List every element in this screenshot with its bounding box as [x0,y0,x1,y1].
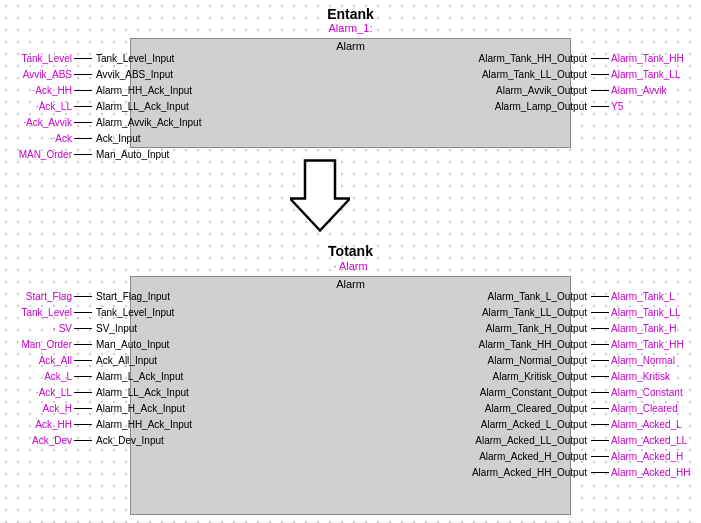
totank-left-pin-8-int: Alarm_HH_Ack_Input [96,419,192,430]
entank-left-line-6 [74,154,92,155]
entank-left-pin-4-int: Alarm_Avvik_Ack_Input [96,117,201,128]
entank-left-line-5 [74,138,92,139]
entank-title: Entank [0,6,701,22]
totank-left-line-8 [74,424,92,425]
totank-right-line-4 [591,360,609,361]
arrow-down-icon [290,158,350,233]
totank-right-pin-9-int: Alarm_Acked_LL_Output [475,435,587,446]
totank-left-pin-3-ext: Man_Order [0,339,72,350]
totank-left-line-4 [74,360,92,361]
totank-right-pin-4-int: Alarm_Normal_Output [488,355,587,366]
totank-right-pin-2-int: Alarm_Tank_H_Output [486,323,587,334]
entank-alarm-label: Alarm_1: [0,22,701,34]
totank-alarm-label: · Alarm [0,260,701,272]
totank-right-pin-5-int: Alarm_Kritisk_Output [493,371,587,382]
entank-left-pin-3-ext: ·Ack_LL [0,101,72,112]
totank-left-pin-9-int: Ack_Dev_Input [96,435,164,446]
entank-left-pin-0-ext: Tank_Level [0,53,72,64]
totank-left-pin-7-ext: Ack_H [0,403,72,414]
totank-title: Totank [0,243,701,259]
totank-left-pin-5-ext: Ack_L [0,371,72,382]
totank-right-pin-0-int: Alarm_Tank_L_Output [487,291,587,302]
totank-right-pin-4-ext: Alarm_Normal [611,355,701,366]
totank-left-pin-2-ext: · SV [0,323,72,334]
totank-right-pin-11-ext: Alarm_Acked_HH [611,467,701,478]
entank-left-line-3 [74,106,92,107]
totank-right-line-2 [591,328,609,329]
entank-right-pin-0-ext: Alarm_Tank_HH [611,53,701,64]
entank-left-pin-2-int: Alarm_HH_Ack_Input [96,85,192,96]
totank-left-pin-2-int: SV_Input [96,323,137,334]
totank-right-pin-9-ext: Alarm_Acked_LL [611,435,701,446]
totank-right-pin-11-int: Alarm_Acked_HH_Output [472,467,587,478]
totank-left-line-7 [74,408,92,409]
entank-left-pin-6-ext: MAN_Order [0,149,72,160]
entank-right-pin-3-ext: Y5 [611,101,701,112]
totank-left-pin-4-int: Ack_All_Input [96,355,157,366]
entank-left-pin-5-ext: · Ack [0,133,72,144]
totank-left-pin-8-ext: Ack_HH [0,419,72,430]
entank-right-pin-0-int: Alarm_Tank_HH_Output [479,53,587,64]
totank-left-pin-0-int: Start_Flag_Input [96,291,170,302]
totank-right-line-5 [591,376,609,377]
totank-left-pin-6-int: Alarm_LL_Ack_Input [96,387,189,398]
totank-right-pins: Alarm_Tank_L_Output Alarm_Tank_L Alarm_T… [370,288,701,480]
entank-left-pin-2-ext: ·Ack_HH [0,85,72,96]
entank-left-line-1 [74,74,92,75]
totank-right-pin-10-int: Alarm_Acked_H_Output [479,451,587,462]
totank-right-line-0 [591,296,609,297]
totank-right-pin-7-int: Alarm_Cleared_Output [485,403,587,414]
entank-left-line-0 [74,58,92,59]
entank-right-pins: Alarm_Tank_HH_Output Alarm_Tank_HH Alarm… [370,50,701,114]
totank-left-line-0 [74,296,92,297]
totank-right-line-7 [591,408,609,409]
totank-left-line-3 [74,344,92,345]
totank-left-pin-1-ext: Tank_Level [0,307,72,318]
page: Entank Alarm_1: Alarm Tank_Level Tank_Le… [0,0,701,523]
entank-left-pin-5-int: Ack_Input [96,133,140,144]
totank-left-pin-1-int: Tank_Level_Input [96,307,174,318]
totank-left-line-2 [74,328,92,329]
totank-right-line-11 [591,472,609,473]
totank-left-line-9 [74,440,92,441]
entank-right-pin-1-int: Alarm_Tank_LL_Output [482,69,587,80]
totank-left-line-1 [74,312,92,313]
totank-right-line-3 [591,344,609,345]
totank-right-pin-1-ext: Alarm_Tank_LL [611,307,701,318]
totank-left-pin-5-int: Alarm_L_Ack_Input [96,371,183,382]
entank-left-pin-3-int: Alarm_LL_Ack_Input [96,101,189,112]
totank-right-line-6 [591,392,609,393]
entank-right-pin-2-ext: Alarm_Avvik [611,85,701,96]
totank-left-pin-9-ext: Ack_Dev [0,435,72,446]
entank-left-pin-0-int: Tank_Level_Input [96,53,174,64]
totank-left-line-6 [74,392,92,393]
totank-left-pin-4-ext: Ack_All [0,355,72,366]
totank-right-pin-8-int: Alarm_Acked_L_Output [481,419,587,430]
entank-left-pin-6-int: Man_Auto_Input [96,149,169,160]
entank-left-line-2 [74,90,92,91]
totank-right-pin-3-int: Alarm_Tank_HH_Output [479,339,587,350]
entank-right-pin-2-int: Alarm_Avvik_Output [496,85,587,96]
totank-left-pin-3-int: Man_Auto_Input [96,339,169,350]
totank-right-pin-6-ext: Alarm_Constant [611,387,701,398]
entank-left-line-4 [74,122,92,123]
totank-right-pin-8-ext: Alarm_Acked_L [611,419,701,430]
entank-left-pin-1-int: Avvik_ABS_Input [96,69,173,80]
totank-right-line-10 [591,456,609,457]
totank-right-pin-1-int: Alarm_Tank_LL_Output [482,307,587,318]
entank-right-pin-1-ext: Alarm_Tank_LL [611,69,701,80]
svg-marker-0 [290,161,350,231]
totank-left-pin-0-ext: Start_Flag [0,291,72,302]
totank-left-pin-6-ext: ·Ack_LL [0,387,72,398]
totank-right-pin-5-ext: Alarm_Kritisk [611,371,701,382]
entank-right-line-1 [591,74,609,75]
totank-right-line-8 [591,424,609,425]
totank-left-pin-7-int: Alarm_H_Ack_Input [96,403,185,414]
entank-left-pin-1-ext: Avvik_ABS [0,69,72,80]
totank-right-pin-10-ext: Alarm_Acked_H [611,451,701,462]
totank-right-line-1 [591,312,609,313]
totank-right-pin-0-ext: Alarm_Tank_L [611,291,701,302]
entank-right-line-0 [591,58,609,59]
totank-right-pin-3-ext: Alarm_Tank_HH [611,339,701,350]
totank-right-pin-6-int: Alarm_Constant_Output [480,387,587,398]
